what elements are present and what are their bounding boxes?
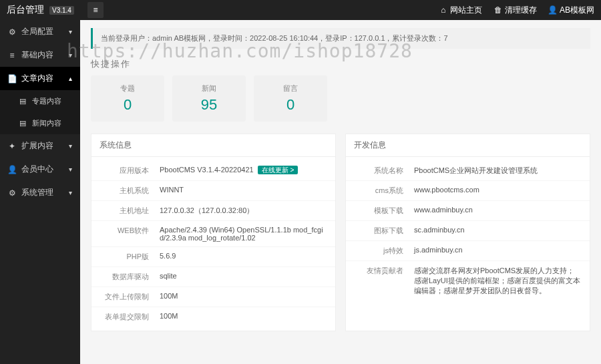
nav-user-label: AB模板网 [560,5,594,16]
file-icon: 📄 [8,75,16,83]
stat-value: 95 [191,96,227,114]
nav-cache-link[interactable]: 🗑 清理缓存 [494,5,537,16]
sidebar-toggle-button[interactable]: ≡ [87,2,104,18]
info-row: WEB软件Apache/2.4.39 (Win64) OpenSSL/1.1.1… [91,221,335,247]
version-badge: V3.1.4 [49,6,74,15]
stat-label: 新闻 [191,83,227,94]
user-icon: 👤 [8,166,16,174]
cog-icon: ⚙ [8,189,16,197]
info-value: WINNT [160,186,327,196]
chevron-icon: ▾ [69,189,72,196]
stat-card[interactable]: 新闻95 [172,75,246,122]
home-icon: ⌂ [439,6,447,14]
sidebar-item-label: 新闻内容 [32,118,61,128]
info-value: js.adminbuy.cn [414,246,582,256]
stat-value: 0 [272,96,309,114]
info-row: 图标下载sc.adminbuy.cn [346,221,590,241]
info-key: 表单提交限制 [99,312,160,322]
info-key: WEB软件 [99,226,160,242]
info-key: 数据库驱动 [99,272,160,282]
sidebar-item-label: 专题内容 [32,96,61,106]
info-value: sqlite [160,272,327,282]
info-value: www.adminbuy.cn [414,206,582,216]
info-row: cms系统www.pbootcms.com [346,181,590,201]
info-value: PbootCMS V3.1.4-20220421在线更新 > [160,166,327,176]
info-key: 模板下载 [354,206,414,216]
system-info-title: 系统信息 [91,134,335,157]
stat-value: 0 [110,96,146,114]
chevron-icon: ▾ [69,166,72,173]
nav-home-link[interactable]: ⌂ 网站主页 [439,5,482,16]
info-row: 主机地址127.0.0.32（127.0.0.32:80） [91,201,335,221]
info-row: 模板下载www.adminbuy.cn [346,201,590,221]
info-key: 主机地址 [99,206,160,216]
puzzle-icon: ✦ [8,142,16,150]
info-panels: 系统信息 应用版本PbootCMS V3.1.4-20220421在线更新 >主… [91,134,590,331]
nav-user-link[interactable]: 👤 AB模板网 [549,5,594,16]
sidebar-item-label: 系统管理 [21,187,53,198]
chevron-icon: ▾ [69,142,72,150]
sidebar-item[interactable]: ⚙全局配置▾ [0,20,80,43]
sidebar-item[interactable]: ✦扩展内容▾ [0,134,80,158]
chevron-icon: ▾ [69,51,72,59]
quick-ops-title: 快捷操作 [91,58,590,70]
info-row: 文件上传限制100M [91,287,335,307]
info-key: cms系统 [354,186,414,196]
stat-label: 留言 [272,83,309,94]
info-value: sc.adminbuy.cn [414,226,582,236]
stat-card[interactable]: 专题0 [91,75,164,122]
brand-title: 后台管理 [7,4,44,16]
top-header: 后台管理 V3.1.4 ≡ ⌂ 网站主页 🗑 清理缓存 👤 AB模板网 [0,0,601,20]
login-info-bar: 当前登录用户：admin AB模板网，登录时间：2022-08-25 16:10… [91,28,590,49]
info-row: js特效js.adminbuy.cn [346,241,590,261]
menu-icon: ≡ [91,6,99,14]
info-key: 应用版本 [99,166,160,176]
gear-icon: ⚙ [8,28,16,36]
info-key: 图标下载 [354,226,414,236]
sidebar-item[interactable]: ≡基础内容▾ [0,43,80,67]
info-value: Apache/2.4.39 (Win64) OpenSSL/1.1.1b mod… [160,226,327,242]
sidebar-item[interactable]: 📄文章内容▴ [0,67,80,90]
system-info-panel: 系统信息 应用版本PbootCMS V3.1.4-20220421在线更新 >主… [91,134,336,331]
info-row: 数据库驱动sqlite [91,267,335,287]
sidebar-item[interactable]: 👤会员中心▾ [0,158,80,181]
sidebar-item-label: 文章内容 [21,73,53,84]
bars-icon: ≡ [8,51,16,59]
stat-card[interactable]: 留言0 [254,75,327,122]
chevron-icon: ▾ [69,28,72,35]
sidebar-item-label: 基础内容 [21,49,53,61]
nav-cache-label: 清理缓存 [505,5,537,16]
sidebar-sub-item[interactable]: ▤新闻内容 [0,112,80,134]
info-value: 感谢交流群各网友对PbootCMS发展的人力支持；感谢LayUI提供的前端框架；… [414,266,582,296]
info-value: 127.0.0.32（127.0.0.32:80） [160,206,327,216]
info-value: 5.6.9 [160,252,327,262]
info-value: www.pbootcms.com [414,186,582,196]
header-right: ⌂ 网站主页 🗑 清理缓存 👤 AB模板网 [439,5,594,16]
sidebar-item-label: 会员中心 [21,164,53,175]
dev-info-panel: 开发信息 系统名称PbootCMS企业网站开发建设管理系统cms系统www.pb… [345,134,590,331]
stat-cards: 专题0新闻95留言0 [91,75,590,122]
info-value: 100M [160,312,327,322]
chevron-icon: ▴ [69,75,72,82]
info-row: 系统名称PbootCMS企业网站开发建设管理系统 [346,161,590,181]
stat-label: 专题 [110,83,146,94]
info-key: 系统名称 [354,166,414,176]
info-key: 文件上传限制 [99,292,160,302]
nav-home-label: 网站主页 [450,5,482,16]
info-key: 主机系统 [99,186,160,196]
info-row: PHP版5.6.9 [91,247,335,267]
update-badge[interactable]: 在线更新 > [258,166,298,174]
trash-icon: 🗑 [494,6,502,14]
info-row: 应用版本PbootCMS V3.1.4-20220421在线更新 > [91,161,335,181]
info-key: js特效 [354,246,414,256]
main-content: 当前登录用户：admin AB模板网，登录时间：2022-08-25 16:10… [80,20,601,364]
sidebar-sub-item[interactable]: ▤专题内容 [0,90,80,112]
info-row: 主机系统WINNT [91,181,335,201]
sidebar-item-label: 全局配置 [21,26,53,37]
doc-icon: ▤ [19,120,27,128]
user-icon: 👤 [549,6,557,14]
sidebar-item-label: 扩展内容 [21,140,53,152]
info-key: PHP版 [99,252,160,262]
sidebar-item[interactable]: ⚙系统管理▾ [0,181,80,204]
info-value: 100M [160,292,327,302]
